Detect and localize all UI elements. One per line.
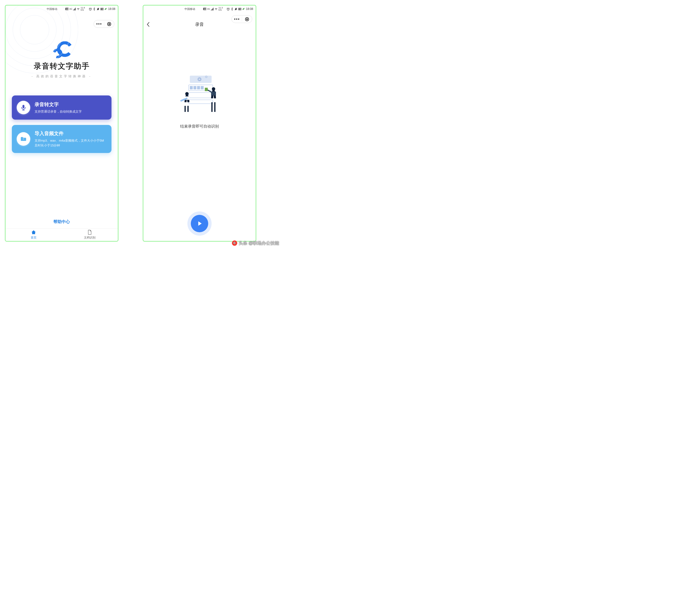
card-title: 录音转文字 <box>35 101 82 108</box>
svg-point-14 <box>98 23 99 25</box>
app-subtitle: - 高效的语音文字转换神器 - <box>5 74 118 78</box>
hero-area: 录音转文字助手 - 高效的语音文字转换神器 - <box>5 41 118 78</box>
capsule-divider <box>242 17 242 21</box>
app-logo <box>51 41 72 58</box>
svg-point-31 <box>236 19 237 20</box>
capsule-close-icon[interactable] <box>242 16 252 23</box>
miniprogram-capsule[interactable] <box>94 20 114 28</box>
battery-icon: 70 <box>238 7 241 11</box>
phone-screen-record: 中国移动 HD 4G 11.3 K/s 70 18:08 <box>143 5 256 242</box>
svg-rect-21 <box>23 139 24 139</box>
speed-unit: K/s <box>218 9 223 11</box>
home-icon <box>31 230 36 235</box>
hd-icon: HD <box>203 7 206 11</box>
bluetooth-icon <box>92 7 96 11</box>
alarm-icon <box>89 7 92 11</box>
bottom-tabbar: 首页 文档识别 <box>5 228 118 241</box>
help-center-link[interactable]: 帮助中心 <box>5 219 118 225</box>
start-record-button[interactable] <box>191 215 208 232</box>
mute-icon <box>97 7 100 11</box>
wifi-icon <box>77 7 80 11</box>
carrier-label: 中国移动 <box>47 7 57 11</box>
back-button[interactable] <box>146 21 150 28</box>
folder-icon <box>17 132 30 146</box>
watermark: 今 头条 @职场办公技能 <box>232 240 279 246</box>
svg-text:HD: HD <box>66 8 68 10</box>
document-icon <box>87 230 92 235</box>
bluetooth-icon <box>231 7 234 11</box>
svg-rect-47 <box>185 106 186 112</box>
status-bar: 中国移动 HD 4G 11.8 K/s 70 18:08 <box>5 5 118 12</box>
svg-point-0 <box>20 15 49 44</box>
signal-icon <box>73 7 76 11</box>
empty-illustration <box>175 71 224 119</box>
svg-text:HD: HD <box>204 8 206 10</box>
svg-rect-44 <box>189 100 213 104</box>
leaf-icon <box>242 7 245 11</box>
hd-icon: HD <box>65 7 68 11</box>
svg-point-15 <box>100 23 101 25</box>
svg-rect-50 <box>211 92 216 95</box>
capsule-menu-icon[interactable] <box>232 16 241 23</box>
capsule-menu-icon[interactable] <box>94 20 104 28</box>
clock-label: 18:08 <box>246 7 253 11</box>
svg-rect-42 <box>201 86 204 89</box>
net-label: 4G <box>207 8 210 10</box>
svg-rect-41 <box>197 86 200 89</box>
empty-state: 结束录音即可自动识别 <box>143 71 256 129</box>
svg-point-45 <box>185 92 189 95</box>
mute-icon <box>234 7 237 11</box>
phone-screen-home: 中国移动 HD 4G 11.8 K/s 70 18:08 <box>5 5 118 242</box>
page-title: 录音 <box>195 21 204 27</box>
svg-rect-48 <box>187 106 189 112</box>
svg-text:70: 70 <box>240 8 241 10</box>
alarm-icon <box>226 7 230 11</box>
capsule-divider <box>104 21 104 27</box>
play-icon <box>196 220 203 227</box>
svg-rect-53 <box>214 102 216 112</box>
card-title: 导入音频文件 <box>35 130 107 137</box>
wifi-icon <box>215 7 218 11</box>
svg-point-32 <box>238 19 239 20</box>
svg-rect-52 <box>211 102 213 112</box>
svg-point-19 <box>53 49 62 58</box>
tab-label: 文档识别 <box>84 235 96 240</box>
signal-icon <box>210 7 214 11</box>
svg-text:70: 70 <box>102 8 103 10</box>
svg-rect-39 <box>190 86 193 89</box>
action-cards: 录音转文字 支持普通话录音，自动转换成文字 导入音频文件 支持mp3、wav、m… <box>5 95 118 153</box>
svg-rect-40 <box>193 86 196 89</box>
microphone-icon <box>17 101 30 114</box>
card-description: 支持mp3、wav、m4a音频格式，文件大小小于5M且时长小于15分钟 <box>35 138 107 148</box>
import-audio-card[interactable]: 导入音频文件 支持mp3、wav、m4a音频格式，文件大小小于5M且时长小于15… <box>12 125 112 153</box>
watermark-logo-icon: 今 <box>232 241 237 246</box>
card-description: 支持普通话录音，自动转换成文字 <box>35 109 82 114</box>
svg-point-17 <box>108 23 110 25</box>
capsule-close-icon[interactable] <box>104 20 114 28</box>
tab-home[interactable]: 首页 <box>5 229 62 241</box>
empty-hint: 结束录音即可自动识别 <box>180 124 219 129</box>
status-bar: 中国移动 HD 4G 11.3 K/s 70 18:08 <box>143 5 256 12</box>
watermark-text: 头条 @职场办公技能 <box>239 240 279 246</box>
svg-rect-43 <box>189 92 213 98</box>
chevron-left-icon <box>146 21 150 27</box>
app-title: 录音转文字助手 <box>5 61 118 71</box>
tab-label: 首页 <box>31 235 36 240</box>
battery-icon: 70 <box>100 7 103 11</box>
svg-point-30 <box>234 19 235 20</box>
speed-unit: K/s <box>81 9 85 11</box>
svg-rect-20 <box>22 105 24 108</box>
net-label: 4G <box>69 8 72 10</box>
status-icons: HD 4G 11.3 K/s 70 18:08 <box>203 7 253 11</box>
svg-point-34 <box>247 18 248 20</box>
miniprogram-capsule[interactable] <box>232 15 252 23</box>
svg-point-49 <box>212 87 215 91</box>
svg-rect-51 <box>205 88 208 91</box>
svg-point-13 <box>96 23 98 25</box>
carrier-label: 中国移动 <box>185 7 195 11</box>
record-to-text-card[interactable]: 录音转文字 支持普通话录音，自动转换成文字 <box>12 95 112 120</box>
status-icons: HD 4G 11.8 K/s 70 18:08 <box>65 7 115 11</box>
tab-document[interactable]: 文档识别 <box>62 229 118 241</box>
leaf-icon <box>104 7 107 11</box>
clock-label: 18:08 <box>108 7 115 11</box>
